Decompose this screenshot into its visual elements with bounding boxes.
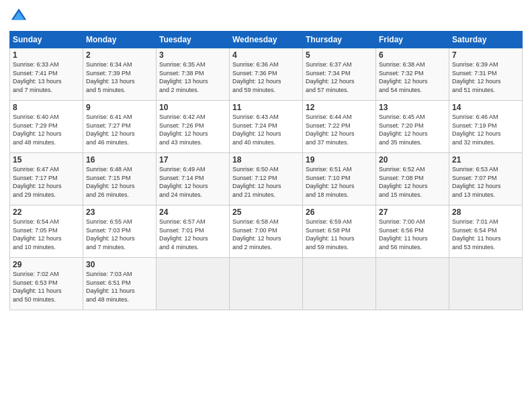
day-number: 18 <box>232 155 300 165</box>
logo-icon <box>9 7 28 26</box>
calendar-header-row: SundayMondayTuesdayWednesdayThursdayFrid… <box>10 32 523 48</box>
weekday-header: Sunday <box>10 32 83 48</box>
day-number: 5 <box>306 50 373 60</box>
weekday-header: Thursday <box>303 32 376 48</box>
calendar-cell: 9Sunrise: 6:41 AM Sunset: 7:27 PM Daylig… <box>83 101 157 153</box>
day-info: Sunrise: 7:02 AM Sunset: 6:53 PM Dayligh… <box>13 270 80 304</box>
calendar-cell: 1Sunrise: 6:33 AM Sunset: 7:41 PM Daylig… <box>10 48 83 101</box>
day-info: Sunrise: 6:42 AM Sunset: 7:26 PM Dayligh… <box>159 113 226 146</box>
calendar-cell: 19Sunrise: 6:51 AM Sunset: 7:10 PM Dayli… <box>303 153 376 205</box>
day-number: 9 <box>86 103 153 112</box>
day-number: 30 <box>86 260 153 269</box>
calendar-cell: 3Sunrise: 6:35 AM Sunset: 7:38 PM Daylig… <box>157 48 230 101</box>
calendar-cell: 27Sunrise: 7:00 AM Sunset: 6:56 PM Dayli… <box>376 205 449 258</box>
calendar-page: SundayMondayTuesdayWednesdayThursdayFrid… <box>0 0 532 411</box>
day-info: Sunrise: 6:58 AM Sunset: 7:00 PM Dayligh… <box>232 218 300 251</box>
day-number: 24 <box>159 208 226 217</box>
day-info: Sunrise: 6:57 AM Sunset: 7:01 PM Dayligh… <box>159 218 226 251</box>
calendar-cell: 12Sunrise: 6:44 AM Sunset: 7:22 PM Dayli… <box>303 101 376 153</box>
calendar-cell: 23Sunrise: 6:55 AM Sunset: 7:03 PM Dayli… <box>83 205 157 258</box>
header <box>9 7 523 26</box>
logo <box>9 7 31 26</box>
calendar-week-row: 8Sunrise: 6:40 AM Sunset: 7:29 PM Daylig… <box>10 101 523 153</box>
day-info: Sunrise: 6:54 AM Sunset: 7:05 PM Dayligh… <box>13 218 80 251</box>
day-number: 14 <box>452 103 519 112</box>
day-number: 4 <box>232 50 300 60</box>
calendar-table: SundayMondayTuesdayWednesdayThursdayFrid… <box>9 31 523 310</box>
calendar-cell: 11Sunrise: 6:43 AM Sunset: 7:24 PM Dayli… <box>230 101 303 153</box>
weekday-header: Saturday <box>449 32 523 48</box>
calendar-cell: 29Sunrise: 7:02 AM Sunset: 6:53 PM Dayli… <box>10 258 83 310</box>
day-number: 12 <box>306 103 373 112</box>
day-info: Sunrise: 6:38 AM Sunset: 7:32 PM Dayligh… <box>379 60 446 94</box>
calendar-cell <box>157 258 230 310</box>
day-number: 11 <box>232 103 300 112</box>
day-number: 17 <box>159 155 226 165</box>
calendar-cell: 25Sunrise: 6:58 AM Sunset: 7:00 PM Dayli… <box>230 205 303 258</box>
calendar-cell <box>376 258 449 310</box>
calendar-cell: 28Sunrise: 7:01 AM Sunset: 6:54 PM Dayli… <box>449 205 523 258</box>
day-info: Sunrise: 6:36 AM Sunset: 7:36 PM Dayligh… <box>232 60 300 94</box>
calendar-cell: 20Sunrise: 6:52 AM Sunset: 7:08 PM Dayli… <box>376 153 449 205</box>
day-info: Sunrise: 6:49 AM Sunset: 7:14 PM Dayligh… <box>159 165 226 199</box>
day-info: Sunrise: 7:03 AM Sunset: 6:51 PM Dayligh… <box>86 270 153 304</box>
calendar-cell <box>449 258 523 310</box>
day-info: Sunrise: 6:45 AM Sunset: 7:20 PM Dayligh… <box>379 113 446 146</box>
day-number: 28 <box>452 208 519 217</box>
calendar-cell: 24Sunrise: 6:57 AM Sunset: 7:01 PM Dayli… <box>157 205 230 258</box>
day-info: Sunrise: 6:48 AM Sunset: 7:15 PM Dayligh… <box>86 165 153 199</box>
weekday-header: Tuesday <box>157 32 230 48</box>
day-info: Sunrise: 6:46 AM Sunset: 7:19 PM Dayligh… <box>452 113 519 146</box>
day-info: Sunrise: 6:59 AM Sunset: 6:58 PM Dayligh… <box>306 218 373 251</box>
calendar-cell: 7Sunrise: 6:39 AM Sunset: 7:31 PM Daylig… <box>449 48 523 101</box>
day-number: 26 <box>306 208 373 217</box>
calendar-cell: 22Sunrise: 6:54 AM Sunset: 7:05 PM Dayli… <box>10 205 83 258</box>
day-info: Sunrise: 6:33 AM Sunset: 7:41 PM Dayligh… <box>13 60 80 94</box>
calendar-cell: 4Sunrise: 6:36 AM Sunset: 7:36 PM Daylig… <box>230 48 303 101</box>
day-number: 8 <box>13 103 80 112</box>
day-number: 22 <box>13 208 80 217</box>
day-info: Sunrise: 7:01 AM Sunset: 6:54 PM Dayligh… <box>452 218 519 251</box>
calendar-cell: 8Sunrise: 6:40 AM Sunset: 7:29 PM Daylig… <box>10 101 83 153</box>
calendar-cell: 21Sunrise: 6:53 AM Sunset: 7:07 PM Dayli… <box>449 153 523 205</box>
day-number: 23 <box>86 208 153 217</box>
day-number: 25 <box>232 208 300 217</box>
calendar-cell: 26Sunrise: 6:59 AM Sunset: 6:58 PM Dayli… <box>303 205 376 258</box>
day-info: Sunrise: 6:34 AM Sunset: 7:39 PM Dayligh… <box>86 60 153 94</box>
calendar-cell: 16Sunrise: 6:48 AM Sunset: 7:15 PM Dayli… <box>83 153 157 205</box>
day-number: 19 <box>306 155 373 165</box>
day-info: Sunrise: 6:51 AM Sunset: 7:10 PM Dayligh… <box>306 165 373 199</box>
day-info: Sunrise: 6:52 AM Sunset: 7:08 PM Dayligh… <box>379 165 446 199</box>
day-number: 16 <box>86 155 153 165</box>
day-number: 3 <box>159 50 226 60</box>
day-number: 29 <box>13 260 80 269</box>
calendar-cell: 30Sunrise: 7:03 AM Sunset: 6:51 PM Dayli… <box>83 258 157 310</box>
day-info: Sunrise: 6:40 AM Sunset: 7:29 PM Dayligh… <box>13 113 80 146</box>
calendar-cell: 5Sunrise: 6:37 AM Sunset: 7:34 PM Daylig… <box>303 48 376 101</box>
day-info: Sunrise: 6:39 AM Sunset: 7:31 PM Dayligh… <box>452 60 519 94</box>
day-info: Sunrise: 6:43 AM Sunset: 7:24 PM Dayligh… <box>232 113 300 146</box>
calendar-cell: 6Sunrise: 6:38 AM Sunset: 7:32 PM Daylig… <box>376 48 449 101</box>
day-number: 20 <box>379 155 446 165</box>
calendar-cell: 10Sunrise: 6:42 AM Sunset: 7:26 PM Dayli… <box>157 101 230 153</box>
day-number: 7 <box>452 50 519 60</box>
day-info: Sunrise: 6:53 AM Sunset: 7:07 PM Dayligh… <box>452 165 519 199</box>
day-number: 15 <box>13 155 80 165</box>
calendar-cell: 14Sunrise: 6:46 AM Sunset: 7:19 PM Dayli… <box>449 101 523 153</box>
calendar-cell <box>303 258 376 310</box>
day-number: 1 <box>13 50 80 60</box>
calendar-cell <box>230 258 303 310</box>
calendar-week-row: 29Sunrise: 7:02 AM Sunset: 6:53 PM Dayli… <box>10 258 523 310</box>
day-number: 10 <box>159 103 226 112</box>
day-info: Sunrise: 6:44 AM Sunset: 7:22 PM Dayligh… <box>306 113 373 146</box>
day-info: Sunrise: 6:47 AM Sunset: 7:17 PM Dayligh… <box>13 165 80 199</box>
calendar-cell: 17Sunrise: 6:49 AM Sunset: 7:14 PM Dayli… <box>157 153 230 205</box>
weekday-header: Wednesday <box>230 32 303 48</box>
calendar-cell: 13Sunrise: 6:45 AM Sunset: 7:20 PM Dayli… <box>376 101 449 153</box>
calendar-cell: 15Sunrise: 6:47 AM Sunset: 7:17 PM Dayli… <box>10 153 83 205</box>
day-info: Sunrise: 6:41 AM Sunset: 7:27 PM Dayligh… <box>86 113 153 146</box>
day-info: Sunrise: 6:37 AM Sunset: 7:34 PM Dayligh… <box>306 60 373 94</box>
day-number: 2 <box>86 50 153 60</box>
day-info: Sunrise: 6:50 AM Sunset: 7:12 PM Dayligh… <box>232 165 300 199</box>
day-number: 27 <box>379 208 446 217</box>
